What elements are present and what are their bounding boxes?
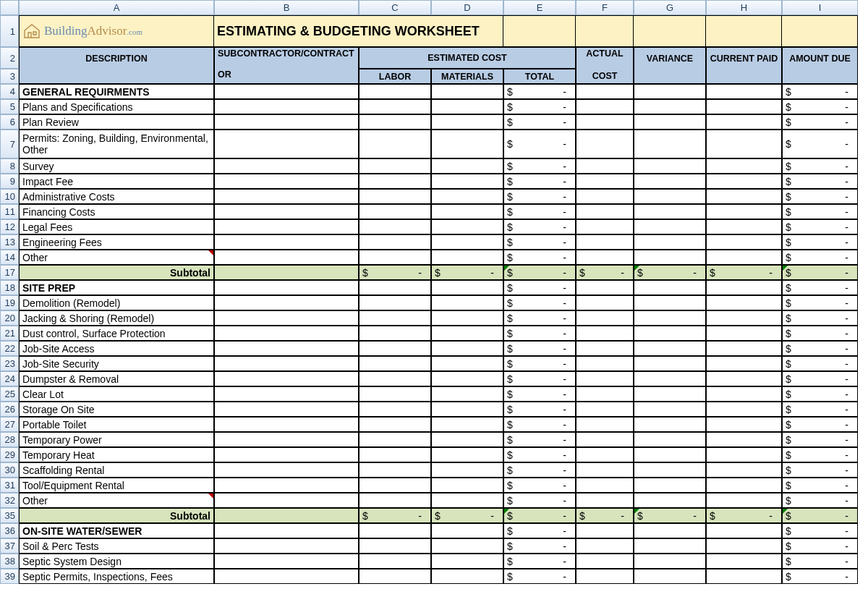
blank-cell[interactable] — [214, 447, 359, 462]
description-cell[interactable]: Plans and Specifications — [19, 99, 214, 114]
blank-cell[interactable] — [431, 493, 503, 508]
money-cell[interactable]: $- — [782, 447, 858, 462]
blank-cell[interactable] — [576, 371, 634, 386]
row-header[interactable]: 1 — [0, 15, 19, 47]
blank-cell[interactable] — [634, 462, 706, 478]
blank-cell[interactable] — [634, 84, 706, 99]
column-header[interactable]: E — [503, 0, 576, 15]
money-cell[interactable]: $- — [782, 158, 858, 174]
blank-cell[interactable] — [576, 99, 634, 114]
blank-cell[interactable] — [634, 295, 706, 310]
blank-cell[interactable] — [576, 356, 634, 371]
blank-cell[interactable] — [634, 371, 706, 386]
blank-cell[interactable] — [359, 417, 431, 432]
money-cell[interactable]: $- — [782, 554, 858, 569]
blank-cell[interactable] — [359, 130, 431, 158]
description-cell[interactable]: Job-Site Security — [19, 356, 214, 371]
blank-cell[interactable] — [359, 554, 431, 569]
blank-cell[interactable] — [359, 386, 431, 402]
blank-cell[interactable] — [706, 84, 782, 99]
blank-cell[interactable] — [359, 478, 431, 493]
row-header[interactable]: 30 — [0, 462, 19, 478]
blank-cell[interactable] — [214, 265, 359, 280]
money-cell[interactable]: $- — [782, 219, 858, 234]
money-cell[interactable]: $- — [782, 538, 858, 554]
blank-cell[interactable] — [359, 310, 431, 326]
blank-cell[interactable] — [359, 174, 431, 189]
blank-cell[interactable] — [634, 402, 706, 417]
blank-cell[interactable] — [431, 402, 503, 417]
money-cell[interactable]: $- — [503, 432, 576, 447]
blank-cell[interactable] — [576, 326, 634, 341]
blank-cell[interactable] — [431, 356, 503, 371]
blank-cell[interactable] — [634, 130, 706, 158]
blank-cell[interactable] — [214, 310, 359, 326]
blank-cell[interactable] — [214, 386, 359, 402]
blank-cell[interactable] — [576, 432, 634, 447]
description-cell[interactable]: Septic System Design — [19, 554, 214, 569]
blank-cell[interactable] — [214, 493, 359, 508]
money-cell[interactable]: $- — [782, 84, 858, 99]
money-cell[interactable]: $- — [503, 417, 576, 432]
money-cell[interactable]: $- — [782, 174, 858, 189]
blank-cell[interactable] — [634, 114, 706, 130]
blank-cell[interactable] — [706, 356, 782, 371]
blank-cell[interactable] — [634, 386, 706, 402]
blank-cell[interactable] — [634, 326, 706, 341]
money-cell[interactable]: $- — [706, 508, 782, 523]
blank-cell[interactable] — [359, 326, 431, 341]
description-cell[interactable]: Subtotal — [19, 265, 214, 280]
column-header[interactable]: B — [214, 0, 359, 15]
blank-cell[interactable] — [634, 174, 706, 189]
blank-cell[interactable] — [634, 310, 706, 326]
money-cell[interactable]: $- — [503, 189, 576, 204]
description-cell[interactable]: Subtotal — [19, 508, 214, 523]
blank-cell[interactable] — [431, 219, 503, 234]
row-header[interactable]: 9 — [0, 174, 19, 189]
blank-cell[interactable] — [431, 462, 503, 478]
blank-cell[interactable] — [576, 462, 634, 478]
row-header[interactable]: 19 — [0, 295, 19, 310]
money-cell[interactable]: $- — [503, 523, 576, 538]
money-cell[interactable]: $- — [503, 341, 576, 356]
money-cell[interactable]: $- — [503, 386, 576, 402]
column-header[interactable]: H — [706, 0, 782, 15]
blank-cell[interactable] — [214, 523, 359, 538]
blank-cell[interactable] — [706, 310, 782, 326]
money-cell[interactable]: $- — [782, 114, 858, 130]
money-cell[interactable]: $- — [782, 356, 858, 371]
money-cell[interactable]: $- — [782, 130, 858, 158]
money-cell[interactable]: $- — [503, 219, 576, 234]
blank-cell[interactable] — [214, 204, 359, 219]
blank-cell[interactable] — [214, 569, 359, 584]
blank-cell[interactable] — [359, 341, 431, 356]
blank-cell[interactable] — [706, 158, 782, 174]
column-header[interactable]: A — [19, 0, 214, 15]
blank-cell[interactable] — [576, 310, 634, 326]
blank-cell[interactable] — [431, 538, 503, 554]
money-cell[interactable]: $- — [503, 371, 576, 386]
blank-cell[interactable] — [706, 295, 782, 310]
description-cell[interactable]: Dumpster & Removal — [19, 371, 214, 386]
blank-cell[interactable] — [214, 280, 359, 295]
blank-cell[interactable] — [431, 554, 503, 569]
description-cell[interactable]: Jacking & Shoring (Remodel) — [19, 310, 214, 326]
row-header[interactable]: 7 — [0, 130, 19, 158]
money-cell[interactable]: $- — [503, 174, 576, 189]
description-cell[interactable]: Survey — [19, 158, 214, 174]
blank-cell[interactable] — [706, 386, 782, 402]
blank-cell[interactable] — [634, 280, 706, 295]
row-header[interactable]: 21 — [0, 326, 19, 341]
blank-cell[interactable] — [706, 174, 782, 189]
money-cell[interactable]: $- — [782, 417, 858, 432]
blank-cell[interactable] — [576, 130, 634, 158]
blank-cell[interactable] — [576, 478, 634, 493]
money-cell[interactable]: $- — [634, 508, 706, 523]
money-cell[interactable]: $- — [503, 204, 576, 219]
money-cell[interactable]: $- — [503, 99, 576, 114]
money-cell[interactable]: $- — [782, 234, 858, 250]
spreadsheet-grid[interactable]: ABCDEFGHI1BuildingAdvisor.comESTIMATING … — [0, 0, 868, 584]
blank-cell[interactable] — [706, 189, 782, 204]
row-header[interactable]: 6 — [0, 114, 19, 130]
blank-cell[interactable] — [359, 189, 431, 204]
